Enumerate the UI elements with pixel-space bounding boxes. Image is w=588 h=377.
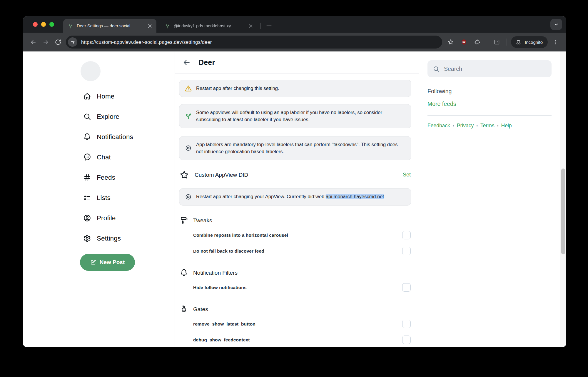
privacy-link[interactable]: Privacy	[457, 123, 474, 129]
toolbar-separator	[487, 39, 487, 46]
checkbox-no-discover-fallback[interactable]	[402, 247, 411, 255]
sidebar-item-explore[interactable]: Explore	[81, 110, 175, 123]
list-icon	[83, 194, 91, 202]
notice-text: Some appviews will default to using an a…	[196, 109, 406, 123]
sidebar-item-chat[interactable]: Chat	[81, 151, 175, 164]
section-title: Tweaks	[193, 217, 212, 224]
feed-following-label[interactable]: Following	[427, 88, 566, 95]
incognito-icon	[515, 39, 522, 46]
terms-link[interactable]: Terms	[480, 123, 495, 129]
feedback-link[interactable]: Feedback	[427, 123, 450, 129]
tab-deer-settings[interactable]: Deer Settings — deer.social	[63, 19, 156, 33]
deer-favicon	[68, 23, 74, 29]
setting-label: Do not fall back to discover feed	[193, 248, 264, 254]
toolbar-separator	[507, 39, 507, 46]
tab-close-icon[interactable]	[247, 23, 254, 29]
hash-icon	[83, 174, 91, 181]
reading-list-icon[interactable]	[491, 36, 502, 48]
search-icon	[83, 113, 91, 121]
forward-button[interactable]	[39, 36, 52, 48]
right-sidebar: Following More feeds Feedback • Privacy …	[419, 51, 566, 347]
sidebar-item-settings[interactable]: Settings	[81, 232, 175, 245]
notice-appview-current: Restart app after changing your AppView.…	[179, 188, 411, 206]
notice-labeler-default: Some appviews will default to using an a…	[179, 104, 411, 128]
custom-appview-row: Custom AppView DID Set	[179, 168, 411, 182]
help-link[interactable]: Help	[501, 123, 512, 129]
target-icon	[185, 193, 192, 201]
scrollbar-thumb[interactable]	[561, 169, 565, 254]
screenshot-canvas: Deer Settings — deer.social @indysky1.pd…	[0, 0, 588, 377]
left-sidebar: Home Explore Notifications	[23, 51, 175, 347]
sidebar-item-label: Chat	[97, 154, 111, 161]
checkbox-hide-follow-notifications[interactable]	[402, 283, 411, 292]
sidebar-item-label: Explore	[97, 113, 119, 121]
setting-combine-reposts: Combine reposts into a horizontal carous…	[193, 228, 411, 242]
minimize-window-button[interactable]	[41, 22, 46, 27]
sidebar-item-notifications[interactable]: Notifications	[81, 130, 175, 144]
paint-roller-icon	[180, 216, 188, 224]
more-feeds-link[interactable]: More feeds	[427, 101, 456, 107]
sidebar-item-feeds[interactable]: Feeds	[81, 171, 175, 184]
deer-favicon	[165, 23, 171, 29]
set-appview-link[interactable]: Set	[403, 172, 411, 178]
bookmark-star-icon[interactable]	[445, 36, 456, 48]
new-tab-button[interactable]	[264, 21, 274, 31]
svg-text:uO: uO	[462, 41, 465, 43]
back-button[interactable]	[27, 36, 39, 48]
sidebar-item-label: Feeds	[97, 174, 115, 181]
toolbar-right: uO	[445, 36, 561, 48]
bell-icon	[180, 269, 188, 277]
sidebar-item-label: Profile	[97, 214, 116, 222]
warning-icon	[185, 85, 192, 92]
nav-list: Home Explore Notifications	[81, 90, 175, 245]
bullet-separator: •	[476, 124, 478, 128]
avatar[interactable]	[81, 61, 101, 81]
settings-header: Deer	[175, 51, 419, 74]
setting-label: Combine reposts into a horizontal carous…	[193, 233, 288, 238]
close-window-button[interactable]	[33, 22, 38, 27]
new-post-label: New Post	[100, 259, 125, 266]
setting-no-discover-fallback: Do not fall back to discover feed	[193, 244, 411, 258]
checkbox-debug-show-feedcontext[interactable]	[402, 336, 411, 344]
new-post-button[interactable]: New Post	[80, 254, 135, 271]
sidebar-item-lists[interactable]: Lists	[81, 191, 175, 204]
checkbox-remove-show-latest-button[interactable]	[402, 320, 411, 328]
section-notification-filters: Notification Filters	[179, 267, 411, 278]
sidebar-item-home[interactable]: Home	[81, 90, 175, 103]
setting-hide-follow-notifications: Hide follow notifications	[193, 281, 411, 294]
section-tweaks: Tweaks	[179, 215, 411, 226]
setting-label: Hide follow notifications	[193, 285, 247, 290]
section-gates: Gates	[179, 304, 411, 315]
search-box[interactable]	[427, 60, 552, 77]
incognito-badge: Incognito	[511, 36, 548, 48]
browser-menu-icon[interactable]	[550, 36, 561, 48]
ublock-extension-icon[interactable]: uO	[458, 36, 470, 48]
back-arrow-icon[interactable]	[182, 58, 191, 67]
notice-restart: Restart app after changing this setting.	[179, 80, 411, 97]
search-input[interactable]	[444, 66, 546, 72]
setting-remove-show-latest-button: remove_show_latest_button	[193, 317, 411, 331]
reload-button[interactable]	[52, 36, 64, 48]
window-controls	[33, 22, 54, 27]
home-icon	[83, 92, 91, 100]
tab-close-icon[interactable]	[146, 23, 153, 29]
notice-app-labelers: App labelers are mandatory top-level lab…	[179, 136, 411, 160]
sidebar-item-profile[interactable]: Profile	[81, 211, 175, 225]
bullet-separator: •	[453, 124, 454, 128]
notice-text: Restart app after changing this setting.	[196, 85, 279, 92]
section-title: Notification Filters	[193, 270, 238, 276]
incognito-label: Incognito	[525, 40, 543, 45]
address-bar[interactable]: https://custom-appview.deer-social.pages…	[66, 36, 442, 49]
sprout-icon	[185, 112, 192, 120]
page-title: Deer	[198, 58, 215, 67]
tab-separator	[260, 23, 261, 29]
footer-links: Feedback • Privacy • Terms • Help	[427, 123, 552, 129]
scrollbar-track[interactable]	[560, 51, 566, 347]
browser-window: Deer Settings — deer.social @indysky1.pd…	[23, 16, 566, 347]
tab-search-button[interactable]	[550, 19, 562, 30]
maximize-window-button[interactable]	[49, 22, 54, 27]
site-info-icon[interactable]	[68, 37, 77, 47]
checkbox-combine-reposts[interactable]	[402, 231, 411, 239]
tab-pds[interactable]: @indysky1.pds.merklehost.xy	[160, 19, 257, 33]
extensions-puzzle-icon[interactable]	[472, 36, 483, 48]
